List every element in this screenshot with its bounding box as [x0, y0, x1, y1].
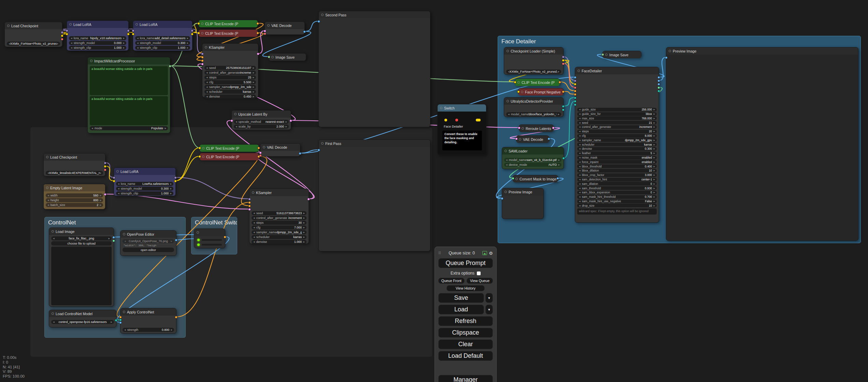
arrow-right-icon[interactable]: ▶	[653, 113, 655, 115]
widget-sampler_name[interactable]: ◀sampler_namedpmpp_2m_sde_gpu▶	[204, 85, 256, 89]
widget-cfg[interactable]: ◀cfg8.000▶	[577, 134, 657, 138]
output-port[interactable]	[61, 31, 63, 34]
vae-decode-1-title-bar[interactable]: VAE Decode	[265, 22, 304, 29]
image-save-2-title-bar[interactable]: Image Save	[603, 51, 641, 58]
widget-device_mode[interactable]: ◀device_modeAUTO▶	[504, 163, 561, 167]
face-detailer-node-title-bar[interactable]: FaceDetailer	[575, 67, 659, 74]
gallery-icon[interactable]	[482, 251, 487, 255]
preview-image-small-title-bar[interactable]: Preview Image	[502, 188, 543, 195]
input-port[interactable]	[514, 81, 516, 84]
input-port[interactable]	[119, 316, 122, 319]
text-area[interactable]: a beautiful woman sitting outside a cafe…	[90, 96, 168, 125]
widget-seed[interactable]: ◀seed21▶	[577, 121, 657, 124]
output-port[interactable]	[174, 180, 177, 182]
output-port[interactable]	[112, 239, 115, 242]
widget-strength_clip[interactable]: ◀strength_clip1.000▶	[135, 46, 190, 50]
output-port[interactable]	[562, 90, 565, 93]
arrow-left-icon[interactable]: ◀	[579, 122, 581, 124]
view-queue-button[interactable]: View Queue	[467, 278, 493, 284]
arrow-left-icon[interactable]: ◀	[124, 240, 126, 242]
output-port[interactable]	[562, 157, 565, 160]
ksampler-2-title-bar[interactable]: KSampler	[250, 189, 309, 196]
widget-lora_name[interactable]: ◀lora_namehipoly_v10.safetensors▶	[69, 36, 126, 40]
output-port[interactable]	[558, 81, 561, 84]
arrow-right-icon[interactable]: ▶	[558, 159, 560, 161]
input-port[interactable]	[574, 83, 577, 86]
collapse-dot-icon[interactable]	[321, 142, 324, 145]
widget-mode[interactable]: ◀modePopulate▶	[90, 126, 168, 130]
input-port[interactable]	[198, 147, 201, 149]
vae-decode-3-title-bar[interactable]: VAE Decode	[516, 136, 549, 143]
output-port[interactable]	[257, 147, 260, 149]
collapse-dot-icon[interactable]	[321, 14, 324, 16]
arrow-left-icon[interactable]: ◀	[253, 241, 255, 243]
widget-guide_size[interactable]: ◀guide_size256.000▶	[577, 108, 657, 112]
arrow-right-icon[interactable]: ▶	[558, 71, 559, 73]
arrow-left-icon[interactable]: ◀	[579, 144, 581, 146]
collapse-dot-icon[interactable]	[267, 24, 270, 27]
collapse-dot-icon[interactable]	[202, 147, 204, 149]
arrow-right-icon[interactable]: ▶	[653, 126, 655, 128]
arrow-right-icon[interactable]: ▶	[187, 47, 188, 49]
arrow-right-icon[interactable]: ▶	[653, 174, 655, 176]
widget-combo[interactable]: ◀ComfyUI_OpenPose_76.png▶	[123, 239, 174, 243]
widget-control_after_generate[interactable]: ◀control_after_generateincrement▶	[577, 125, 657, 129]
widget-denoise[interactable]: ◀denoise0.300▶	[577, 147, 657, 151]
clear-button[interactable]: Clear	[438, 339, 493, 349]
widget-combo[interactable]: ◀XXMix_ForNsw+Photo_v2_pruned.safetensor…	[506, 70, 561, 74]
save-button[interactable]: Save	[438, 293, 484, 303]
manager-button[interactable]: Manager	[438, 375, 493, 382]
collapse-dot-icon[interactable]	[201, 23, 203, 25]
arrow-left-icon[interactable]: ◀	[579, 161, 581, 163]
arrow-right-icon[interactable]: ▶	[100, 199, 101, 201]
collapse-dot-icon[interactable]	[440, 107, 442, 109]
widget-combo[interactable]: ◀face_fix_filac_.png▶	[51, 236, 112, 240]
arrow-right-icon[interactable]: ▶	[285, 121, 287, 123]
arrow-right-icon[interactable]: ▶	[123, 47, 125, 49]
widget-button[interactable]: open editor	[123, 248, 174, 252]
output-port[interactable]	[174, 176, 177, 179]
clip-text-encode-neg-1-title-bar[interactable]: CLIP Text Encode (P	[199, 30, 258, 37]
load-controlnet-model-title-bar[interactable]: Load ControlNet Model	[49, 310, 116, 317]
collapse-dot-icon[interactable]	[234, 113, 237, 115]
output-port[interactable]	[562, 105, 565, 108]
settings-gear-icon[interactable]: ⚙	[489, 251, 493, 256]
arrow-left-icon[interactable]: ◀	[579, 183, 581, 185]
widget-steps[interactable]: ◀steps20▶	[577, 130, 657, 133]
collapse-dot-icon[interactable]	[202, 156, 204, 158]
collapse-dot-icon[interactable]	[52, 230, 54, 233]
collapse-dot-icon[interactable]	[521, 91, 523, 93]
input-port[interactable]	[198, 155, 201, 158]
collapse-dot-icon[interactable]	[605, 54, 608, 56]
arrow-left-icon[interactable]: ◀	[206, 91, 208, 93]
output-port[interactable]	[175, 316, 177, 319]
arrow-right-icon[interactable]: ▶	[171, 240, 172, 242]
arrow-right-icon[interactable]: ▶	[111, 321, 112, 323]
arrow-left-icon[interactable]: ◀	[253, 226, 255, 229]
arrow-left-icon[interactable]: ◀	[206, 81, 208, 83]
arrow-right-icon[interactable]: ▶	[303, 226, 305, 229]
clipspace-button[interactable]: Clipspace	[438, 328, 493, 338]
arrow-right-icon[interactable]: ▶	[653, 108, 655, 111]
empty-latent-image-title-bar[interactable]: Empty Latent Image	[44, 184, 105, 191]
clip-text-encode-neg-2-title-bar[interactable]: CLIP Text Encode (P	[200, 153, 259, 160]
collapse-dot-icon[interactable]	[201, 32, 203, 34]
output-port[interactable]	[104, 168, 106, 171]
collapse-dot-icon[interactable]	[197, 231, 199, 234]
arrow-right-icon[interactable]: ▶	[100, 204, 101, 206]
input-port[interactable]	[268, 56, 270, 58]
widget-bbox_crop_factor[interactable]: ◀bbox_crop_factor3.000▶	[577, 173, 657, 177]
output-port[interactable]	[303, 30, 306, 33]
clip-text-encode-pos-1-title-bar[interactable]: CLIP Text Encode (P	[199, 20, 258, 27]
arrow-left-icon[interactable]: ◀	[579, 191, 581, 193]
arrow-left-icon[interactable]: ◀	[206, 72, 208, 74]
output-port[interactable]	[127, 29, 130, 32]
arrow-right-icon[interactable]: ▶	[653, 196, 655, 198]
input-port[interactable]	[574, 79, 577, 82]
arrow-left-icon[interactable]: ◀	[579, 130, 581, 132]
arrow-right-icon[interactable]: ▶	[653, 191, 655, 193]
arrow-right-icon[interactable]: ▶	[653, 157, 655, 159]
collapse-dot-icon[interactable]	[504, 191, 507, 193]
widget-force_inpaint[interactable]: ◀force_inpaintenabled▶	[577, 160, 657, 164]
input-port[interactable]	[574, 100, 577, 103]
